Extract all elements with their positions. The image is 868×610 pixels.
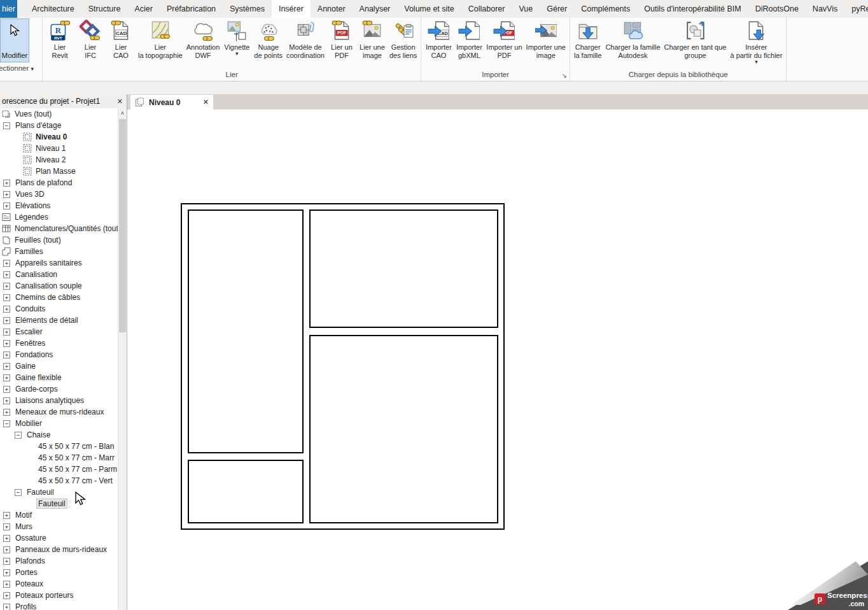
expand-icon-escalier[interactable]: + <box>3 329 10 336</box>
drawing-area[interactable] <box>127 110 868 610</box>
tree-item-meneaux-de-murs-rideaux[interactable]: +Meneaux de murs-rideaux <box>0 406 118 418</box>
menu-tab-pyrevit[interactable]: pyRevit <box>844 0 868 18</box>
expand-icon-murs[interactable]: + <box>3 523 10 530</box>
model-rectangle-2[interactable] <box>188 209 304 453</box>
tree-item-escalier[interactable]: +Escalier <box>0 326 118 337</box>
tree-item-chaise[interactable]: −Chaise <box>0 429 118 441</box>
menu-tab-annoter[interactable]: Annoter <box>311 0 353 18</box>
tree-item-niveau-2[interactable]: Niveau 2 <box>0 154 118 166</box>
menu-tab-dirootsone[interactable]: DiRootsOne <box>748 0 806 18</box>
tree-item-fauteuil[interactable]: Fauteuil <box>0 498 118 509</box>
expand-icon-portes[interactable]: + <box>3 569 10 576</box>
expand-icon-plans-de-plafond[interactable]: + <box>3 180 10 187</box>
menu-tab-systemes[interactable]: Systèmes <box>223 0 272 18</box>
tree-item-murs[interactable]: +Murs <box>0 521 118 532</box>
tree-item-motif[interactable]: +Motif <box>0 509 118 521</box>
model-rectangle-5[interactable] <box>309 335 498 523</box>
expand-icon-motif[interactable]: + <box>3 512 10 519</box>
tree-item-fondations[interactable]: +Fondations <box>0 349 118 360</box>
expand-icon-conduits[interactable]: + <box>3 306 10 313</box>
expand-icon-gaine[interactable]: + <box>3 363 10 370</box>
expand-icon-appareils-sanitaires[interactable]: + <box>3 260 10 267</box>
collapse-icon-fauteuil[interactable]: − <box>15 489 22 496</box>
menu-tab-navvis[interactable]: NavVis <box>806 0 844 18</box>
menu-tab-structure[interactable]: Structure <box>81 0 128 18</box>
tree-item-canalisation-souple[interactable]: +Canalisation souple <box>0 280 118 292</box>
tree-item-nomenclatures-quantites-tout[interactable]: Nomenclatures/Quantités (tout <box>0 223 118 234</box>
expand-icon-poteaux-porteurs[interactable]: + <box>3 592 10 599</box>
tree-item-plans-de-plafond[interactable]: +Plans de plafond <box>0 177 118 188</box>
menu-tab-outils-d-interoperabilite-bim[interactable]: Outils d'interopérabilité BIM <box>637 0 748 18</box>
expand-icon-ossature[interactable]: + <box>3 535 10 542</box>
expand-icon-vues-3d[interactable]: + <box>3 191 10 198</box>
expand-icon-plafonds[interactable]: + <box>3 558 10 565</box>
tree-item-gaine[interactable]: +Gaine <box>0 360 118 372</box>
scroll-up-icon[interactable]: ∧ <box>118 108 127 118</box>
ribbon-button-lier-ifc[interactable]: LierIFC <box>75 19 106 60</box>
tree-item-plans-d-etage[interactable]: −Plans d'étage <box>0 120 118 131</box>
ribbon-button-gestion-des-liens[interactable]: Gestiondes liens <box>388 19 419 60</box>
file-menu-tab[interactable]: hier <box>0 0 17 18</box>
ribbon-button-nuage-de-points[interactable]: Nuagede points <box>252 19 284 60</box>
tree-item-mobilier[interactable]: −Mobilier <box>0 418 118 429</box>
tree-item-elevations[interactable]: +Elévations <box>0 200 118 211</box>
tree-item-fenetres[interactable]: +Fenêtres <box>0 337 118 349</box>
dialog-launcher-icon[interactable]: ↘ <box>562 70 567 82</box>
expand-icon-chemins-de-cables[interactable]: + <box>3 294 10 301</box>
tree-item-conduits[interactable]: +Conduits <box>0 303 118 315</box>
expand-icon-elements-de-detail[interactable]: + <box>3 317 10 324</box>
tree-item-45-x-50-x-77-cm-parm[interactable]: 45 x 50 x 77 cm - Parm <box>0 464 118 475</box>
menu-tab-prefabrication[interactable]: Préfabrication <box>160 0 223 18</box>
ribbon-button-modele-de-coordination[interactable]: Modèle decoordination <box>284 19 326 60</box>
expand-icon-garde-corps[interactable]: + <box>3 386 10 393</box>
tree-item-poteaux[interactable]: +Poteaux <box>0 578 118 590</box>
model-rectangle-3[interactable] <box>188 460 304 523</box>
expand-icon-canalisation-souple[interactable]: + <box>3 283 10 290</box>
tree-scrollbar[interactable]: ∧ <box>118 108 127 610</box>
tree-item-chemins-de-cables[interactable]: +Chemins de câbles <box>0 292 118 303</box>
menu-tab-complements[interactable]: Compléments <box>574 0 637 18</box>
tree-item-elements-de-detail[interactable]: +Eléments de détail <box>0 315 118 326</box>
tree-item-canalisation[interactable]: +Canalisation <box>0 269 118 280</box>
ribbon-button-importer-un-pdf[interactable]: PDFImporter unPDF <box>484 19 524 60</box>
ribbon-button-importer-cao[interactable]: CADImporterCAO <box>423 19 454 60</box>
collapse-icon-mobilier[interactable]: − <box>3 420 10 427</box>
menu-tab-volume-et-site[interactable]: Volume et site <box>397 0 461 18</box>
ribbon-button-lier-cao[interactable]: CADLierCAO <box>106 19 136 60</box>
ribbon-button-lier-un-pdf[interactable]: PDFLier unPDF <box>326 19 357 60</box>
tree-item-45-x-50-x-77-cm-marr[interactable]: 45 x 50 x 77 cm - Marr <box>0 452 118 464</box>
tree-item-feuilles-tout[interactable]: Feuilles (tout) <box>0 234 118 246</box>
model-rectangle-4[interactable] <box>309 209 498 328</box>
expand-icon-fondations[interactable]: + <box>3 351 10 358</box>
menu-tab-acier[interactable]: Acier <box>127 0 159 18</box>
ribbon-button-inserer-a-partir-du-fichier[interactable]: Insérerà partir du fichier▾ <box>728 19 784 64</box>
expand-icon-meneaux-de-murs-rideaux[interactable]: + <box>3 409 10 416</box>
view-tab-niveau-0[interactable]: Niveau 0 ✕ <box>130 95 213 110</box>
tree-item-niveau-0[interactable]: Niveau 0 <box>0 131 118 143</box>
close-icon[interactable]: ✕ <box>115 97 125 106</box>
ribbon-button-lier-une-image[interactable]: Lier uneimage <box>357 19 388 60</box>
expand-icon-canalisation[interactable]: + <box>3 271 10 278</box>
tree-item-plan-masse[interactable]: Plan Masse <box>0 166 118 177</box>
scrollbar-thumb[interactable] <box>119 119 126 332</box>
menu-tab-gerer[interactable]: Gérer <box>540 0 574 18</box>
menu-tab-analyser[interactable]: Analyser <box>353 0 398 18</box>
tree-item-45-x-50-x-77-cm-blan[interactable]: 45 x 50 x 77 cm - Blan <box>0 441 118 452</box>
tree-item-gaine-flexible[interactable]: +Gaine flexible <box>0 372 118 383</box>
collapse-icon-chaise[interactable]: − <box>15 432 22 439</box>
tree-item-ossature[interactable]: +Ossature <box>0 532 118 544</box>
tree-item-legendes[interactable]: Légendes <box>0 211 118 223</box>
tree-item-portes[interactable]: +Portes <box>0 567 118 578</box>
expand-icon-elevations[interactable]: + <box>3 202 10 209</box>
modify-button[interactable]: Modifier <box>0 18 29 62</box>
tree-item-fauteuil[interactable]: −Fauteuil <box>0 486 118 498</box>
collapse-icon-plans-d-etage[interactable]: − <box>3 122 10 129</box>
tree-item-vues-3d[interactable]: +Vues 3D <box>0 188 118 200</box>
tree-item-niveau-1[interactable]: Niveau 1 <box>0 143 118 154</box>
tree-item-profils[interactable]: +Profils <box>0 601 118 610</box>
ribbon-button-annotation-dwf[interactable]: AnnotationDWF <box>185 19 222 60</box>
expand-icon-fenetres[interactable]: + <box>3 340 10 347</box>
expand-icon-poteaux[interactable]: + <box>3 581 10 588</box>
tree-item-poteaux-porteurs[interactable]: +Poteaux porteurs <box>0 590 118 601</box>
tree-item-vues-tout[interactable]: Vues (tout) <box>0 108 118 120</box>
